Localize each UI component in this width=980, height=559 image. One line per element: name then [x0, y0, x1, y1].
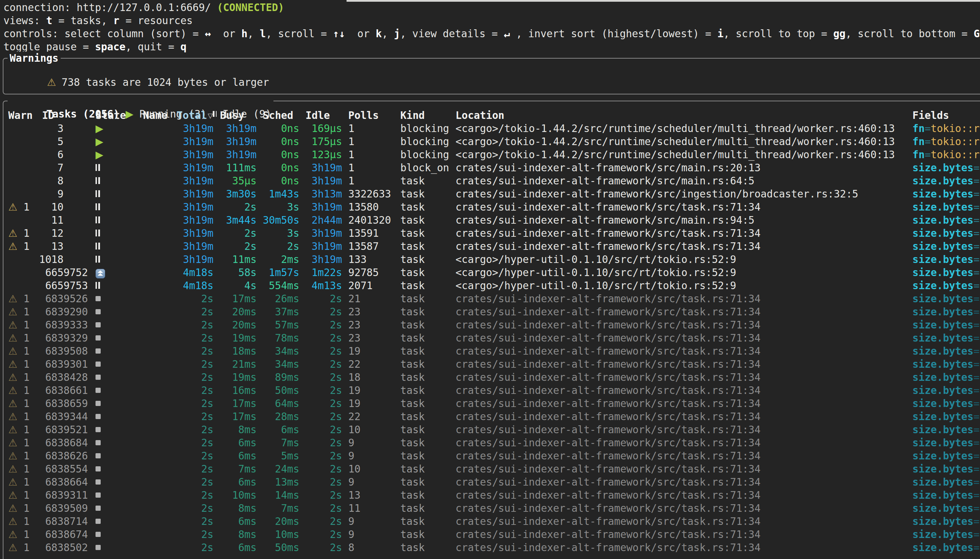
task-row-6838502[interactable]: ⚠ 168385022s6ms50ms2s8taskcrates/sui-ind…: [3, 541, 980, 554]
duration-value: 2s: [201, 529, 214, 541]
warn-cell: ⚠ 1: [3, 528, 38, 541]
kind-cell: blocking: [401, 135, 449, 148]
connection-segment: connection:: [3, 2, 76, 13]
tasks-panel: Tasks (2056) ▶ Running (3) Idle (9) Warn…: [3, 101, 980, 559]
task-row-6838674[interactable]: ⚠ 168386742s8ms10ms2s9taskcrates/sui-ind…: [3, 528, 980, 541]
location-cell: crates/sui-indexer-alt-framework/src/tas…: [455, 200, 906, 214]
column-header-idle[interactable]: Idle: [306, 109, 342, 122]
duration-value: 10ms: [275, 529, 299, 541]
location-cell: crates/sui-indexer-alt-framework/src/tas…: [455, 358, 906, 371]
name-cell: [143, 345, 177, 358]
task-row-6838428[interactable]: ⚠ 168384282s19ms89ms2s18taskcrates/sui-i…: [3, 371, 980, 384]
state-cell: [96, 410, 143, 423]
task-row-6839311[interactable]: ⚠ 168393112s10ms14ms2s13taskcrates/sui-i…: [3, 489, 980, 502]
duration-value: 3h19m: [226, 123, 257, 134]
task-row-6839329[interactable]: ⚠ 168393292s19ms78ms2s23taskcrates/sui-i…: [3, 332, 980, 345]
task-row-9[interactable]: 9 3h19m3m30s1m43s3h13m3322633taskcrates/…: [3, 187, 980, 200]
sched-cell: 64ms: [263, 397, 299, 410]
column-header-busy[interactable]: Busy: [220, 109, 257, 122]
column-header-fields[interactable]: Fields: [912, 109, 980, 122]
task-row-6[interactable]: 6 ▶3h19m3h19m0ns123µs1blocking<cargo>/to…: [3, 148, 980, 161]
completed-icon: [96, 362, 101, 367]
state-cell: [96, 253, 143, 266]
location-cell: crates/sui-indexer-alt-framework/src/tas…: [455, 240, 906, 253]
task-row-6839290[interactable]: ⚠ 168392902s20ms37ms2s23taskcrates/sui-i…: [3, 305, 980, 318]
task-row-7[interactable]: 7 3h19m111ms0ns3h19m1block_oncrates/sui-…: [3, 161, 980, 174]
completed-icon: [96, 427, 101, 432]
task-row-13[interactable]: ⚠ 113 3h19m2s2s3h19m13587taskcrates/sui-…: [3, 240, 980, 253]
task-row-6839521[interactable]: ⚠ 168395212s8ms6ms2s10taskcrates/sui-ind…: [3, 423, 980, 436]
fields-cell: fn=tokio::r: [912, 122, 980, 135]
column-header-location[interactable]: Location: [455, 109, 906, 122]
task-row-6659753[interactable]: 66597534m18s4s554ms4m13s2071task<cargo>/…: [3, 279, 980, 292]
task-row-6839333[interactable]: ⚠ 168393332s20ms57ms2s23taskcrates/sui-i…: [3, 318, 980, 332]
name-cell: [143, 332, 177, 345]
field-equals: =: [924, 123, 931, 134]
field-key: size.bytes: [912, 254, 973, 265]
column-header-warn[interactable]: Warn: [3, 109, 38, 122]
busy-cell: 20ms: [220, 305, 257, 318]
busy-cell: 20ms: [220, 318, 257, 332]
task-row-6839301[interactable]: ⚠ 168393012s21ms34ms2s22taskcrates/sui-i…: [3, 358, 980, 371]
task-row-6839526[interactable]: ⚠ 168395262s17ms26ms2s21taskcrates/sui-i…: [3, 292, 980, 305]
sched-cell: 89ms: [263, 371, 299, 384]
polls-cell: 3322633: [348, 187, 397, 200]
task-row-3[interactable]: 3 ▶3h19m3h19m0ns169µs1blocking<cargo>/to…: [3, 122, 980, 135]
fields-cell: size.bytes=: [912, 214, 980, 227]
field-key: size.bytes: [912, 450, 973, 462]
location-cell: crates/sui-indexer-alt-framework/src/tas…: [455, 489, 906, 502]
busy-cell: 8ms: [220, 528, 257, 541]
fields-cell: size.bytes=: [912, 161, 980, 174]
sort-descending-icon: ▽: [208, 112, 213, 119]
task-row-6838626[interactable]: ⚠ 168386262s6ms5ms2s9taskcrates/sui-inde…: [3, 450, 980, 463]
column-header-name[interactable]: Name: [143, 109, 177, 122]
field-key: size.bytes: [912, 306, 973, 318]
duration-value: 50ms: [275, 542, 299, 554]
duration-value: 169µs: [312, 123, 342, 134]
name-cell: [143, 515, 177, 528]
state-cell: [96, 515, 143, 528]
fields-cell: size.bytes=: [912, 174, 980, 187]
task-row-5[interactable]: 5 ▶3h19m3h19m0ns175µs1blocking<cargo>/to…: [3, 135, 980, 148]
task-row-11[interactable]: 11 3h19m3m44s30m50s2h44m2401320taskcrate…: [3, 214, 980, 227]
task-row-6659752[interactable]: 66597524m18s58s1m57s1m22s92785task<cargo…: [3, 266, 980, 279]
field-equals: =: [973, 332, 980, 344]
task-row-10[interactable]: ⚠ 110 3h19m2s3s3h19m13580taskcrates/sui-…: [3, 200, 980, 214]
duration-value: 2s: [330, 332, 342, 344]
duration-value: 7ms: [281, 503, 299, 514]
sched-cell: 1m43s: [263, 187, 299, 200]
column-header-sched[interactable]: Sched: [263, 109, 299, 122]
column-header-total[interactable]: Total▽: [177, 109, 214, 122]
task-row-6838664[interactable]: ⚠ 168386642s6ms13ms2s9taskcrates/sui-ind…: [3, 476, 980, 489]
task-row-1018[interactable]: 1018 3h19m11ms2ms3h19m133task<cargo>/hyp…: [3, 253, 980, 266]
total-cell: 2s: [177, 345, 214, 358]
column-header-id[interactable]: ID: [38, 109, 88, 122]
task-row-6839509[interactable]: ⚠ 168395092s8ms7ms2s11taskcrates/sui-ind…: [3, 502, 980, 515]
task-row-6838714[interactable]: ⚠ 168387142s6ms20ms2s9taskcrates/sui-ind…: [3, 515, 980, 528]
task-row-6838554[interactable]: ⚠ 168385542s7ms24ms2s10taskcrates/sui-in…: [3, 463, 980, 476]
task-row-6839344[interactable]: ⚠ 168393442s17ms28ms2s22taskcrates/sui-i…: [3, 410, 980, 423]
field-equals: =: [973, 267, 980, 278]
task-row-6838684[interactable]: ⚠ 168386842s6ms7ms2s9taskcrates/sui-inde…: [3, 436, 980, 450]
duration-value: 19ms: [232, 372, 257, 383]
location-cell: crates/sui-indexer-alt-framework/src/mai…: [455, 161, 906, 174]
duration-value: 17ms: [232, 398, 257, 409]
controls-segment: or: [217, 28, 242, 40]
name-cell: [143, 292, 177, 305]
column-header-state[interactable]: State: [96, 109, 143, 122]
id-cell: 6: [38, 148, 88, 161]
task-row-8[interactable]: 8 3h19m35µs0ns3h19m1taskcrates/sui-index…: [3, 174, 980, 187]
task-row-6838659[interactable]: ⚠ 168386592s17ms64ms2s19taskcrates/sui-i…: [3, 397, 980, 410]
task-row-12[interactable]: ⚠ 112 3h19m2s3s3h19m13591taskcrates/sui-…: [3, 227, 980, 240]
duration-value: 6ms: [238, 437, 257, 449]
field-key: size.bytes: [912, 424, 973, 436]
busy-cell: 18ms: [220, 345, 257, 358]
duration-value: 2s: [201, 437, 214, 449]
duration-value: 2s: [330, 359, 342, 370]
column-header-polls[interactable]: Polls: [348, 109, 397, 122]
warn-cell: ⚠ 1: [3, 240, 38, 253]
column-header-kind[interactable]: Kind: [401, 109, 449, 122]
task-row-6839508[interactable]: ⚠ 168395082s18ms34ms2s19taskcrates/sui-i…: [3, 345, 980, 358]
completed-icon: [96, 296, 101, 301]
task-row-6838661[interactable]: ⚠ 168386612s16ms50ms2s19taskcrates/sui-i…: [3, 384, 980, 397]
